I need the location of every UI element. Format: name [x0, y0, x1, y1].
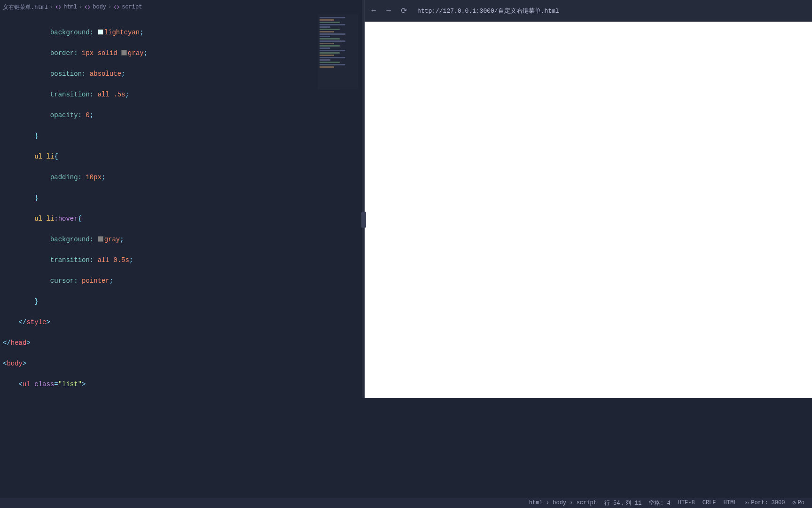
code-token: ;	[120, 236, 124, 243]
code-editor[interactable]: background: lightcyan; border: 1px solid…	[0, 14, 362, 398]
code-token: ;	[144, 49, 148, 57]
arrow-left-icon: ←	[371, 7, 376, 15]
code-token: 0	[86, 111, 89, 119]
split-handle[interactable]	[362, 0, 365, 398]
code-token: ;	[90, 111, 94, 119]
code-token: padding:	[50, 174, 86, 181]
preview-body[interactable]	[365, 22, 812, 398]
code-token: opacity:	[50, 111, 86, 119]
tag-icon	[113, 4, 120, 10]
status-encoding[interactable]: UTF-8	[678, 500, 695, 506]
minimap-line	[320, 24, 345, 25]
code-token: ;	[140, 29, 143, 36]
minimap-line	[320, 52, 340, 54]
code-token: background:	[50, 29, 98, 36]
address-bar[interactable]: http://127.0.0.1:3000/自定义右键菜单.html	[414, 5, 807, 17]
code-token: >	[23, 360, 26, 367]
arrow-right-icon: →	[386, 7, 391, 15]
code-token: li	[42, 153, 54, 160]
breadcrumb-file[interactable]: 义右键菜单.html	[3, 3, 48, 11]
svg-point-0	[746, 502, 748, 504]
tag-icon	[55, 4, 62, 10]
code-token: cursor:	[50, 277, 82, 285]
color-swatch-gray	[121, 50, 127, 56]
code-token: ;	[102, 174, 105, 181]
minimap-line	[320, 19, 334, 21]
status-indent[interactable]: 空格: 4	[649, 499, 671, 507]
editor-pane: 义右键菜单.html › html › body › script backgr…	[0, 0, 362, 398]
code-token: ;	[125, 91, 129, 98]
breadcrumb-label: html	[63, 4, 77, 10]
tag-icon	[84, 4, 91, 10]
minimap-line	[320, 40, 345, 42]
code-token: :hover	[54, 215, 78, 222]
color-swatch-lightcyan	[98, 29, 103, 35]
status-bar: html › body › script 行 54，列 11 空格: 4 UTF…	[0, 498, 812, 508]
reload-button[interactable]: ⟳	[399, 6, 408, 16]
breadcrumb[interactable]: 义右键菜单.html › html › body › script	[0, 0, 362, 14]
code-token: border:	[50, 49, 82, 57]
address-bar-text: http://127.0.0.1:3000/自定义右键菜单.html	[417, 8, 559, 15]
status-line-col[interactable]: 行 54，列 11	[604, 499, 641, 507]
code-token: {	[54, 153, 58, 160]
block-icon: ⊘	[792, 500, 796, 507]
breadcrumb-script[interactable]: script	[113, 4, 142, 10]
code-token: </	[19, 318, 27, 326]
code-token: ;	[109, 277, 113, 285]
minimap-line	[320, 43, 334, 44]
minimap-line	[320, 62, 340, 63]
code-token: }	[34, 298, 38, 305]
code-token: >	[46, 318, 50, 326]
minimap-line	[320, 57, 345, 58]
breadcrumb-html[interactable]: html	[55, 4, 77, 10]
status-port-label: Port: 3000	[751, 500, 785, 506]
code-token: head	[11, 339, 27, 347]
status-misc-label: Po	[798, 500, 804, 506]
code-token: gray	[104, 236, 120, 243]
code-token: ul	[23, 381, 31, 388]
code-token: 1px	[82, 49, 94, 57]
breadcrumb-sep: ›	[108, 4, 111, 10]
code-token: all 0.5s	[98, 256, 129, 264]
code-token: </	[3, 339, 11, 347]
split-grip-icon[interactable]	[361, 212, 366, 228]
workspace: 义右键菜单.html › html › body › script backgr…	[0, 0, 812, 398]
code-token: {	[78, 215, 82, 222]
breadcrumb-label: body	[93, 4, 106, 10]
code-token: absolute	[90, 70, 121, 78]
code-token: }	[34, 132, 38, 140]
minimap-line	[320, 29, 340, 30]
status-path[interactable]: html › body › script	[529, 500, 597, 506]
breadcrumb-sep: ›	[79, 4, 82, 10]
code-token: transition:	[50, 91, 98, 98]
status-language[interactable]: HTML	[724, 500, 737, 506]
code-token: =	[54, 381, 58, 388]
back-button[interactable]: ←	[369, 7, 378, 15]
minimap-line	[320, 26, 330, 28]
minimap-line	[320, 38, 340, 40]
minimap-line	[320, 17, 345, 18]
code-token: style	[26, 318, 46, 326]
code-token: >	[82, 381, 86, 388]
status-misc[interactable]: ⊘ Po	[792, 500, 804, 507]
preview-toolbar: ← → ⟳ http://127.0.0.1:3000/自定义右键菜单.html	[365, 0, 812, 22]
breadcrumb-label: script	[122, 4, 142, 10]
code-token: solid	[94, 49, 121, 57]
minimap-line	[320, 48, 330, 49]
minimap-line	[320, 22, 340, 23]
broadcast-icon	[744, 500, 749, 505]
minimap-line	[320, 33, 345, 35]
code-token: transition:	[50, 256, 98, 264]
minimap-line	[320, 31, 334, 32]
breadcrumb-file-label: 义右键菜单.html	[3, 3, 48, 11]
reload-icon: ⟳	[401, 7, 407, 16]
code-token: ;	[121, 70, 125, 78]
code-token: pointer	[82, 277, 109, 285]
minimap[interactable]	[318, 14, 358, 89]
minimap-line	[320, 55, 334, 56]
status-eol[interactable]: CRLF	[703, 500, 716, 506]
forward-button[interactable]: →	[384, 7, 393, 15]
preview-pane: ← → ⟳ http://127.0.0.1:3000/自定义右键菜单.html	[365, 0, 812, 398]
breadcrumb-body[interactable]: body	[84, 4, 106, 10]
status-live-server[interactable]: Port: 3000	[744, 500, 785, 506]
